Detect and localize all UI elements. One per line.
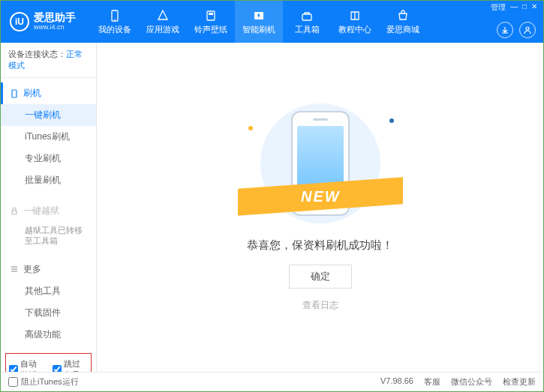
options-highlight: 自动激活 跳过向导 <box>5 353 92 372</box>
nav-label: 爱思商城 <box>386 24 419 35</box>
nav-my-device[interactable]: 我的设备 <box>91 1 139 43</box>
phone-icon <box>10 89 19 98</box>
status-bar: 阻止iTunes运行 V7.98.66 客服 微信公众号 检查更新 <box>1 372 543 391</box>
sidebar-head-more[interactable]: 更多 <box>1 259 96 280</box>
sidebar-head-flash[interactable]: 刷机 <box>1 82 96 104</box>
nav-label: 应用游戏 <box>146 24 179 35</box>
sidebar: 设备连接状态：正常模式 刷机 一键刷机 iTunes刷机 专业刷机 批量刷机 一… <box>1 43 97 372</box>
view-log-link[interactable]: 查看日志 <box>302 299 338 312</box>
jailbreak-note: 越狱工具已转移至工具箱 <box>1 222 83 250</box>
wechat-link[interactable]: 微信公众号 <box>451 376 492 388</box>
svg-rect-3 <box>209 13 213 15</box>
main-content: NEW 恭喜您，保资料刷机成功啦！ 确定 查看日志 <box>97 43 543 372</box>
sidebar-head-jailbreak: 一键越狱 <box>1 200 96 222</box>
nav-label: 工具箱 <box>295 24 320 35</box>
manage-link[interactable]: 管理 <box>491 2 506 13</box>
minimize-button[interactable]: — <box>510 2 518 13</box>
svg-point-6 <box>526 27 529 30</box>
sidebar-item-oneclick-flash[interactable]: 一键刷机 <box>1 104 96 126</box>
window-controls: 管理 — □ ✕ <box>491 2 537 13</box>
success-message: 恭喜您，保资料刷机成功啦！ <box>247 238 393 253</box>
sidebar-item-batch-flash[interactable]: 批量刷机 <box>1 169 96 191</box>
connection-status: 设备连接状态：正常模式 <box>1 43 96 78</box>
nav-toolbox[interactable]: 工具箱 <box>283 1 331 43</box>
nav-tutorials[interactable]: 教程中心 <box>331 1 379 43</box>
app-url: www.i4.cn <box>34 24 76 31</box>
sidebar-item-advanced[interactable]: 高级功能 <box>1 324 96 346</box>
menu-icon <box>10 265 19 274</box>
maximize-button[interactable]: □ <box>522 2 527 13</box>
apps-icon <box>156 9 170 22</box>
sidebar-item-download-firmware[interactable]: 下载固件 <box>1 302 96 324</box>
ok-button[interactable]: 确定 <box>289 265 352 289</box>
nav-shop[interactable]: 爱思商城 <box>379 1 427 43</box>
checkbox-skip-guide[interactable]: 跳过向导 <box>53 358 89 372</box>
version-label: V7.98.66 <box>380 376 413 388</box>
flash-icon <box>252 9 266 22</box>
nav-ringtones[interactable]: 铃声壁纸 <box>187 1 235 43</box>
main-nav: 我的设备 应用游戏 铃声壁纸 智能刷机 工具箱 教程中心 <box>91 1 427 43</box>
user-button[interactable] <box>519 22 536 38</box>
checkbox-auto-activate[interactable]: 自动激活 <box>9 358 45 372</box>
nav-label: 我的设备 <box>98 24 131 35</box>
nav-apps[interactable]: 应用游戏 <box>139 1 187 43</box>
app-header: iU 爱思助手 www.i4.cn 我的设备 应用游戏 铃声壁纸 智能刷机 <box>1 1 543 43</box>
sidebar-item-pro-flash[interactable]: 专业刷机 <box>1 148 96 169</box>
checkbox-block-itunes[interactable]: 阻止iTunes运行 <box>8 376 79 388</box>
svg-rect-2 <box>207 11 215 20</box>
nav-label: 智能刷机 <box>242 24 275 35</box>
toolbox-icon <box>300 9 314 22</box>
customer-service-link[interactable]: 客服 <box>424 376 440 388</box>
svg-rect-7 <box>12 90 17 97</box>
sidebar-item-itunes-flash[interactable]: iTunes刷机 <box>1 126 96 148</box>
shop-icon <box>396 9 410 22</box>
book-icon <box>348 9 362 22</box>
lock-icon <box>10 207 19 216</box>
app-title: 爱思助手 <box>34 12 76 23</box>
svg-rect-8 <box>12 211 17 214</box>
nav-label: 铃声壁纸 <box>194 24 227 35</box>
logo-icon: iU <box>10 12 29 31</box>
close-button[interactable]: ✕ <box>531 2 537 13</box>
nav-smart-flash[interactable]: 智能刷机 <box>235 1 283 43</box>
success-illustration: NEW <box>238 103 403 223</box>
svg-point-1 <box>114 19 116 20</box>
logo: iU 爱思助手 www.i4.cn <box>1 12 85 31</box>
check-update-link[interactable]: 检查更新 <box>503 376 536 388</box>
music-icon <box>204 9 218 22</box>
device-icon <box>108 9 122 22</box>
svg-rect-5 <box>302 14 311 20</box>
ribbon-text: NEW <box>300 187 340 205</box>
sidebar-item-other-tools[interactable]: 其他工具 <box>1 280 96 302</box>
download-button[interactable] <box>497 22 513 38</box>
nav-label: 教程中心 <box>338 24 371 35</box>
